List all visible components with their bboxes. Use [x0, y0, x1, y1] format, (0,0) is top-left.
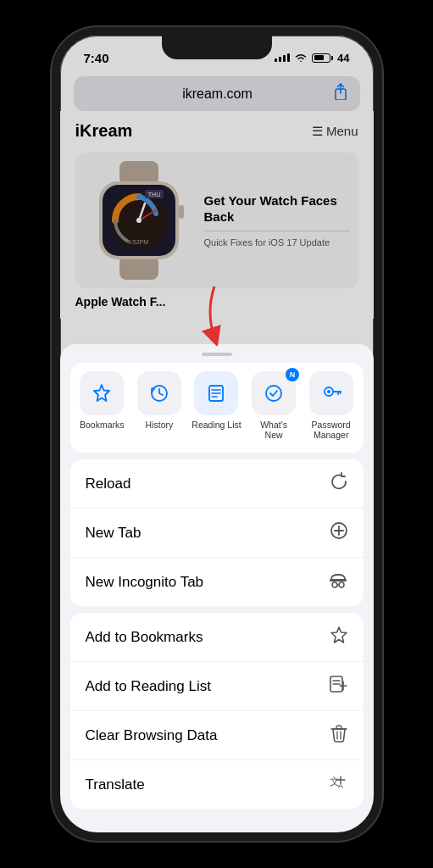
add-reading-list-label: Add to Reading List [86, 678, 211, 695]
menu-section-2: Add to Bookmarks Add to Reading List [70, 613, 364, 809]
reload-label: Reload [86, 476, 131, 492]
incognito-icon [328, 570, 348, 593]
bookmarks-icon [91, 382, 113, 404]
bottom-sheet: Bookmarks History [60, 344, 374, 832]
menu-incognito-tab[interactable]: New Incognito Tab [70, 558, 364, 606]
whats-new-badge: N [286, 368, 299, 381]
history-label: History [146, 420, 174, 431]
whats-new-icon [263, 382, 285, 404]
svg-point-18 [266, 386, 281, 401]
new-tab-icon [330, 521, 348, 544]
icon-strip: Bookmarks History [70, 363, 364, 453]
drag-handle[interactable] [202, 353, 232, 356]
toolbar-password-manager[interactable]: PasswordManager [303, 371, 360, 441]
whats-new-icon-circle: N [252, 371, 296, 415]
menu-section-1: Reload New Tab [70, 459, 364, 606]
menu-new-tab[interactable]: New Tab [70, 509, 364, 558]
reading-list-icon-circle [194, 371, 238, 415]
password-manager-icon-circle [309, 371, 353, 415]
password-manager-icon [320, 382, 342, 404]
new-tab-label: New Tab [86, 525, 142, 542]
bookmarks-label: Bookmarks [80, 420, 125, 431]
add-bookmarks-icon [330, 626, 348, 648]
svg-point-30 [339, 582, 344, 587]
menu-reload[interactable]: Reload [70, 459, 364, 509]
toolbar-bookmarks[interactable]: Bookmarks [74, 371, 131, 441]
reading-list-icon [205, 382, 227, 404]
svg-point-20 [327, 390, 330, 393]
svg-rect-28 [330, 579, 347, 581]
svg-point-29 [332, 582, 337, 587]
history-icon-circle [137, 371, 181, 415]
menu-add-bookmarks[interactable]: Add to Bookmarks [70, 613, 364, 662]
reading-list-label: Reading List [192, 420, 241, 431]
bookmarks-icon-circle [80, 371, 124, 415]
reload-icon [330, 472, 348, 495]
translate-icon: 文 A [328, 773, 348, 796]
clear-data-label: Clear Browsing Data [86, 727, 218, 744]
menu-translate[interactable]: Translate 文 A [70, 760, 364, 809]
whats-new-label: What'sNew [260, 420, 287, 441]
notch [162, 36, 272, 59]
add-reading-list-icon [328, 675, 348, 698]
toolbar-reading-list[interactable]: Reading List [188, 371, 246, 441]
password-manager-label: PasswordManager [312, 420, 351, 441]
menu-add-reading-list[interactable]: Add to Reading List [70, 662, 364, 711]
trash-icon [330, 724, 348, 747]
menu-clear-data[interactable]: Clear Browsing Data [70, 711, 364, 760]
add-bookmarks-label: Add to Bookmarks [86, 629, 203, 646]
history-icon [148, 382, 170, 404]
toolbar-whats-new[interactable]: N What'sNew [245, 371, 303, 441]
phone-frame: 7:40 44 [52, 27, 382, 841]
translate-label: Translate [86, 776, 145, 793]
incognito-tab-label: New Incognito Tab [86, 574, 204, 591]
toolbar-history[interactable]: History [130, 371, 188, 441]
